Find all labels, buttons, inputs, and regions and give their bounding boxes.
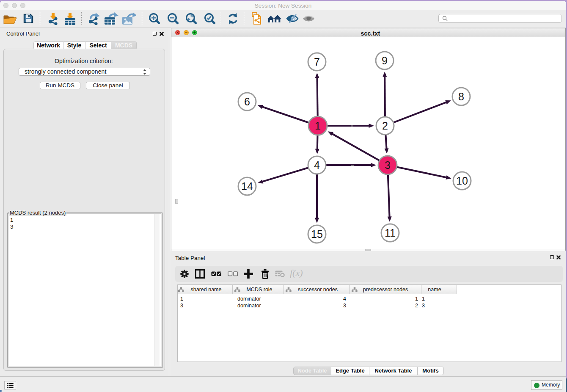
- svg-text:14: 14: [241, 180, 253, 192]
- svg-text:7: 7: [314, 56, 320, 68]
- svg-text:3: 3: [385, 159, 391, 171]
- svg-text:11: 11: [385, 227, 396, 239]
- svg-text:1: 1: [315, 120, 321, 132]
- svg-text:9: 9: [382, 55, 388, 66]
- svg-text:4: 4: [314, 159, 320, 171]
- svg-text:2: 2: [382, 120, 388, 132]
- svg-text:8: 8: [458, 91, 464, 102]
- svg-text:6: 6: [244, 96, 250, 108]
- svg-text:15: 15: [311, 228, 323, 240]
- svg-text:10: 10: [456, 175, 468, 187]
